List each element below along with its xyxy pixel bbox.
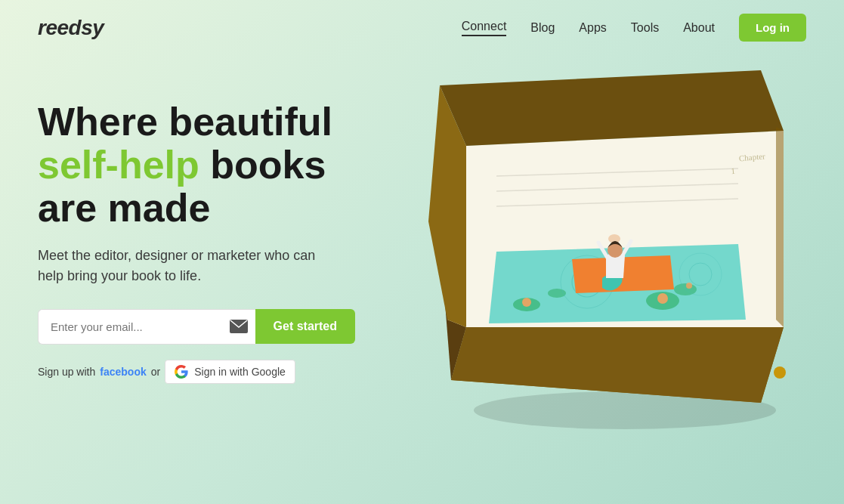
svg-text:1: 1 (731, 166, 736, 175)
login-button[interactable]: Log in (739, 14, 806, 42)
hero-subheadline: Meet the editor, designer or marketer wh… (38, 246, 340, 286)
social-signup: Sign up with facebook or Sign in with Go… (38, 360, 355, 384)
get-started-button[interactable]: Get started (255, 309, 355, 344)
hero-headline: Where beautiful self-help books are made (38, 100, 355, 230)
google-signin-button[interactable]: Sign in with Google (165, 360, 295, 384)
google-icon (175, 365, 188, 379)
svg-point-13 (686, 283, 692, 289)
headline-green: self-help (38, 143, 199, 187)
nav-blog[interactable]: Blog (530, 21, 555, 35)
nav-connect[interactable]: Connect (462, 20, 507, 36)
email-icon (230, 320, 248, 333)
email-input[interactable] (38, 309, 255, 345)
facebook-link[interactable]: facebook (100, 366, 146, 378)
svg-point-20 (774, 366, 786, 379)
logo[interactable]: reedsy (38, 16, 104, 40)
signup-prefix-text: Sign up with (38, 366, 95, 378)
signup-or-text: or (151, 366, 160, 378)
nav-apps[interactable]: Apps (579, 21, 606, 35)
signup-form: Get started (38, 309, 355, 345)
google-signin-label: Sign in with Google (194, 366, 286, 378)
svg-point-11 (657, 293, 668, 304)
svg-point-12 (522, 298, 531, 307)
nav-about[interactable]: About (683, 21, 715, 35)
hero-illustration: Chapter 1 (406, 40, 829, 463)
nav-tools[interactable]: Tools (631, 21, 659, 35)
main-nav: Connect Blog Apps Tools About Log in (462, 14, 806, 42)
